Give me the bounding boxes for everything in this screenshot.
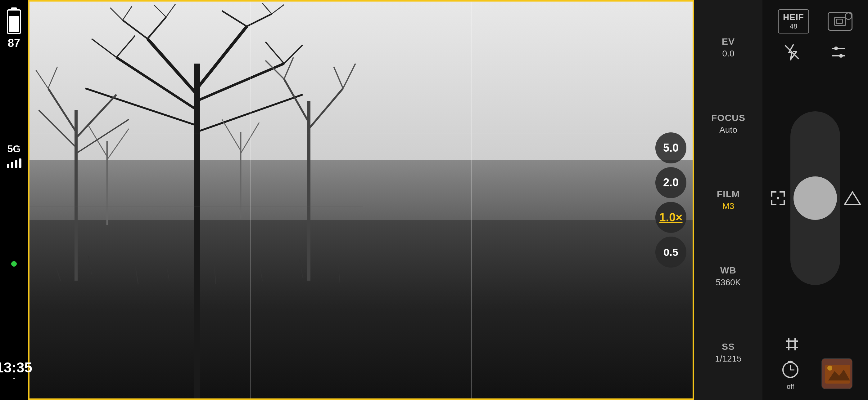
svg-line-37 <box>107 129 129 160</box>
svg-line-19 <box>262 3 272 14</box>
svg-line-17 <box>154 5 166 17</box>
svg-line-1 <box>148 39 197 95</box>
svg-line-22 <box>48 88 76 132</box>
gallery-thumbnail[interactable] <box>822 358 852 389</box>
arrow-icon: ↑ <box>12 374 16 385</box>
svg-line-20 <box>272 5 284 14</box>
svg-line-39 <box>222 120 241 151</box>
svg-line-11 <box>92 39 116 57</box>
svg-line-18 <box>166 4 176 17</box>
app-container: 87 5G 13:35 ↑ <box>0 0 868 400</box>
svg-line-44 <box>166 262 169 280</box>
flash-off-button[interactable] <box>779 40 804 65</box>
timer-icon <box>778 357 803 381</box>
battery-icon <box>7 9 21 34</box>
timer-off-label: off <box>787 382 794 391</box>
grid-button[interactable] <box>779 332 804 357</box>
controls-row-1 <box>763 40 868 65</box>
svg-line-46 <box>259 262 262 280</box>
timer-svg <box>779 358 801 380</box>
ev-value: 0.0 <box>722 49 735 59</box>
ev-label: EV <box>722 36 735 47</box>
controls-bottom-row: off <box>763 357 868 391</box>
tree-scene-svg <box>30 2 692 398</box>
svg-line-24 <box>39 110 76 147</box>
svg-rect-51 <box>836 19 842 24</box>
ss-label: SS <box>722 341 735 352</box>
format-icon[interactable] <box>828 12 852 31</box>
svg-point-56 <box>839 54 843 58</box>
wb-value: 5360K <box>716 277 741 288</box>
time-display: 13:35 <box>0 360 32 374</box>
zoom-2x-button[interactable]: 2.0 <box>655 167 686 198</box>
svg-line-43 <box>135 265 138 284</box>
controls-middle <box>763 40 868 357</box>
svg-line-33 <box>334 67 343 88</box>
heif-number: 48 <box>790 22 797 30</box>
focus-target-button[interactable] <box>766 186 790 210</box>
svg-line-8 <box>148 17 166 39</box>
wb-setting[interactable]: WB 5360K <box>716 265 741 288</box>
landscape-button[interactable] <box>840 186 865 210</box>
svg-line-42 <box>89 256 92 274</box>
grid-icon <box>783 335 801 354</box>
ev-setting[interactable]: EV 0.0 <box>722 36 735 59</box>
svg-line-12 <box>116 36 135 57</box>
signal-bars <box>7 157 22 168</box>
svg-line-9 <box>222 11 247 26</box>
network-type: 5G <box>7 143 21 155</box>
focus-setting[interactable]: FOCUS Auto <box>711 112 745 135</box>
bar3 <box>15 160 18 168</box>
zoom-controls: 5.0 2.0 1.0× 0.5 <box>655 132 686 268</box>
controls-row-2 <box>763 332 868 357</box>
flash-off-icon <box>783 43 801 61</box>
svg-line-48 <box>338 265 340 284</box>
focus-label: FOCUS <box>711 112 745 123</box>
svg-line-47 <box>300 259 303 277</box>
focus-value: Auto <box>719 125 737 135</box>
svg-line-10 <box>247 14 272 26</box>
shutter-track <box>790 111 840 285</box>
svg-line-16 <box>123 6 132 20</box>
controls-top-row: HEIF 48 <box>763 9 868 33</box>
gallery-thumb-svg <box>822 359 852 389</box>
placeholder-right <box>826 332 851 357</box>
format-icon-svg <box>834 17 846 26</box>
svg-line-2 <box>197 26 247 88</box>
ss-value: 1/1215 <box>715 354 742 364</box>
landscape-icon <box>842 187 863 209</box>
zoom-5x-button[interactable]: 5.0 <box>655 132 686 163</box>
film-label: FILM <box>717 189 740 199</box>
viewfinder-background: 5.0 2.0 1.0× 0.5 <box>30 2 692 398</box>
bar1 <box>7 164 9 168</box>
heif-label: HEIF <box>783 12 804 22</box>
settings-panel: EV 0.0 FOCUS Auto FILM M3 WB 5360K SS 1/… <box>694 0 763 400</box>
viewfinder[interactable]: 5.0 2.0 1.0× 0.5 <box>28 0 694 400</box>
controls-panel: HEIF 48 <box>763 0 868 400</box>
settings-sliders-button[interactable] <box>826 40 851 65</box>
signal-block: 5G <box>7 143 22 168</box>
svg-line-40 <box>241 123 259 154</box>
shutter-button[interactable] <box>794 176 837 220</box>
zoom-05x-button[interactable]: 0.5 <box>655 237 686 268</box>
heif-badge[interactable]: HEIF 48 <box>778 9 809 33</box>
battery-block: 87 <box>7 9 21 49</box>
svg-point-71 <box>827 366 832 371</box>
ss-setting[interactable]: SS 1/1215 <box>715 341 742 364</box>
zoom-1x-button[interactable]: 1.0× <box>655 202 686 233</box>
svg-line-27 <box>48 67 57 88</box>
sliders-icon <box>829 43 848 61</box>
svg-line-15 <box>110 8 123 20</box>
active-dot <box>11 261 17 267</box>
svg-rect-57 <box>777 197 779 199</box>
bar4 <box>19 159 22 168</box>
film-setting[interactable]: FILM M3 <box>717 189 740 211</box>
focus-target-icon <box>767 187 789 209</box>
svg-line-14 <box>266 42 284 64</box>
timer-button[interactable]: off <box>778 357 803 391</box>
bar2 <box>11 162 13 168</box>
svg-line-34 <box>343 64 355 88</box>
svg-line-41 <box>54 262 61 280</box>
film-value: M3 <box>722 201 735 211</box>
battery-percentage: 87 <box>8 37 20 49</box>
